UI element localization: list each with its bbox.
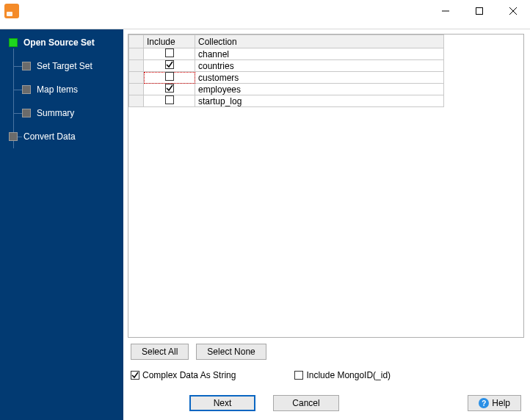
checkbox-icon	[165, 95, 174, 104]
table-row[interactable]: channel	[129, 48, 444, 60]
collection-cell[interactable]: channel	[195, 48, 444, 60]
grid-corner	[129, 35, 144, 48]
tree-connector	[13, 113, 22, 114]
include-cell[interactable]	[144, 72, 195, 84]
step-indicator-icon	[22, 62, 31, 70]
selection-buttons: Select All Select None	[128, 338, 524, 367]
include-cell[interactable]	[144, 95, 195, 107]
table-row[interactable]: customers	[129, 72, 444, 84]
collection-cell[interactable]: customers	[195, 72, 444, 84]
help-button[interactable]: ? Help	[468, 395, 521, 411]
help-icon: ?	[479, 398, 489, 408]
step-label: Map Items	[37, 84, 78, 95]
help-label: Help	[492, 398, 510, 408]
row-header[interactable]	[129, 72, 144, 84]
select-none-button[interactable]: Select None	[196, 344, 266, 360]
grid-header-collection[interactable]: Collection	[195, 35, 444, 48]
checkbox-icon	[165, 84, 174, 93]
title-underbar	[0, 22, 530, 29]
option-label: Complex Data As String	[142, 370, 236, 380]
options-row: Complex Data As String Include MongoID(_…	[128, 367, 524, 391]
include-cell[interactable]	[144, 60, 195, 72]
cancel-button[interactable]: Cancel	[273, 395, 339, 411]
minimize-button[interactable]	[429, 0, 462, 22]
complex-data-option[interactable]: Complex Data As String	[131, 370, 236, 380]
include-mongoid-option[interactable]: Include MongoID(_id)	[294, 370, 391, 380]
nav-button-group: Next Cancel	[189, 395, 339, 411]
title-bar	[0, 0, 530, 22]
tree-connector	[13, 90, 22, 90]
svg-rect-1	[476, 8, 483, 15]
collection-cell[interactable]: countries	[195, 60, 444, 72]
tree-connector	[13, 66, 22, 67]
step-label: Set Target Set	[37, 61, 92, 71]
step-label: Summary	[37, 108, 74, 118]
include-cell[interactable]	[144, 84, 195, 95]
wizard-step-summary[interactable]: Summary	[22, 106, 123, 120]
row-header[interactable]	[129, 84, 144, 95]
table-row[interactable]: startup_log	[129, 95, 444, 107]
main-area: Open Source Set Set Target Set Map Items…	[0, 29, 530, 420]
select-all-button[interactable]: Select All	[131, 344, 189, 360]
option-label: Include MongoID(_id)	[306, 370, 391, 380]
grid-header-include[interactable]: Include	[144, 35, 195, 48]
row-header[interactable]	[129, 60, 144, 72]
maximize-button[interactable]	[462, 0, 496, 22]
step-indicator-icon	[22, 109, 31, 117]
table-row[interactable]: employees	[129, 84, 444, 95]
table-row[interactable]: countries	[129, 60, 444, 72]
window-controls	[429, 0, 530, 22]
checkbox-icon	[131, 371, 139, 380]
action-row: Next Cancel ? Help	[128, 391, 524, 414]
checkbox-icon	[165, 48, 174, 57]
wizard-tree: Open Source Set Set Target Set Map Items…	[0, 35, 123, 144]
step-label: Convert Data	[23, 131, 76, 142]
checkbox-icon	[165, 60, 174, 69]
row-header[interactable]	[129, 48, 144, 60]
close-button[interactable]	[496, 0, 530, 22]
step-indicator-icon	[9, 38, 18, 47]
wizard-sidebar: Open Source Set Set Target Set Map Items…	[0, 29, 123, 420]
collection-grid-wrap: Include Collection channelcountriescusto…	[128, 34, 524, 338]
checkbox-icon	[165, 72, 174, 81]
wizard-step-map-items[interactable]: Map Items	[22, 82, 123, 97]
content-pane: Include Collection channelcountriescusto…	[123, 29, 530, 420]
collection-grid: Include Collection channelcountriescusto…	[128, 35, 444, 107]
step-label: Open Source Set	[23, 37, 95, 48]
include-cell[interactable]	[144, 48, 195, 60]
app-icon	[4, 4, 19, 18]
collection-cell[interactable]: employees	[195, 84, 444, 95]
checkbox-icon	[294, 371, 303, 380]
step-indicator-icon	[22, 85, 31, 94]
wizard-step-open-source[interactable]: Open Source Set	[9, 35, 123, 50]
next-button[interactable]: Next	[189, 395, 255, 411]
collection-cell[interactable]: startup_log	[195, 95, 444, 107]
wizard-step-set-target[interactable]: Set Target Set	[22, 59, 123, 73]
step-indicator-icon	[9, 132, 18, 141]
wizard-step-convert-data[interactable]: Convert Data	[9, 129, 123, 144]
row-header[interactable]	[129, 95, 144, 107]
